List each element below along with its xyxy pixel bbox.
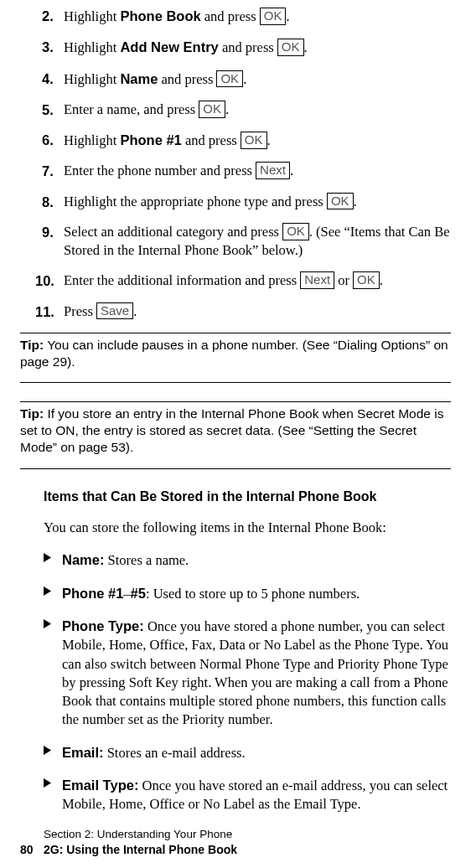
bullet-label: Phone Type:: [62, 618, 144, 633]
footer-chapter: 2G: Using the Internal Phone Book: [44, 843, 237, 856]
step-number: 2.: [42, 7, 54, 25]
bullet-name: Name: Stores a name.: [44, 550, 451, 570]
step-text-pre: Enter the additional information and pre…: [64, 272, 300, 288]
ok-key: OK: [199, 101, 225, 118]
numbered-steps: 2. Highlight Phone Book and press OK. 3.…: [44, 7, 451, 321]
bullet-email-type: Email Type: Once you have stored an e-ma…: [44, 776, 451, 814]
svg-marker-0: [44, 553, 51, 562]
bullet-label: Email Type:: [62, 778, 138, 793]
footer-section-text: Section 2: Understanding Your Phone: [44, 828, 232, 840]
step-text-pre: Select an additional category and press: [64, 224, 282, 240]
ok-key: OK: [282, 223, 309, 240]
step-5: 5. Enter a name, and press OK.: [44, 101, 451, 119]
step-number: 7.: [42, 162, 54, 180]
triangle-icon: [44, 746, 51, 755]
tip-text: If you store an entry in the Internal Ph…: [20, 406, 443, 454]
step-bold: Name: [120, 71, 158, 86]
ok-key: OK: [327, 193, 354, 210]
step-number: 4.: [42, 70, 54, 88]
step-tail: .: [133, 303, 137, 319]
save-key: Save: [96, 302, 133, 320]
step-bold: Phone Book: [120, 8, 200, 23]
step-text-post: and press: [219, 39, 277, 55]
bullet-phone-numbers: Phone #1–#5: Used to store up to 5 phone…: [44, 584, 451, 603]
page-number: 80: [20, 842, 44, 858]
tip-text: You can include pauses in a phone number…: [20, 338, 448, 369]
triangle-icon: [44, 619, 51, 628]
step-number: 6.: [42, 131, 54, 149]
bullet-label: Phone #1: [62, 586, 123, 601]
step-number: 8.: [42, 193, 54, 211]
step-10: 10. Enter the additional information and…: [44, 271, 451, 290]
step-text-pre: Press: [64, 303, 96, 319]
step-text-post: and press: [201, 8, 260, 24]
bullet-text: Stores an e-mail address.: [104, 745, 246, 761]
step-tail: .: [290, 163, 293, 178]
svg-marker-3: [44, 746, 51, 755]
bullet-text: Once you have stored a phone number, you…: [62, 618, 448, 727]
step-3: 3. Highlight Add New Entry and press OK.: [44, 38, 451, 57]
step-text-pre: Highlight: [64, 71, 120, 87]
page-footer: Section 2: Understanding Your Phone 802G…: [20, 827, 237, 858]
step-tail: .: [304, 39, 308, 55]
step-9: 9. Select an additional category and pre…: [44, 223, 451, 261]
bullet-list: Name: Stores a name. Phone #1–#5: Used t…: [44, 550, 451, 814]
step-tail: .: [225, 101, 229, 117]
svg-marker-2: [44, 619, 51, 628]
ok-key: OK: [216, 70, 243, 88]
step-4: 4. Highlight Name and press OK.: [44, 70, 451, 89]
triangle-icon: [44, 553, 51, 562]
section-heading: Items that Can Be Stored in the Internal…: [44, 488, 451, 506]
ok-key: OK: [260, 8, 287, 25]
bullet-email: Email: Stores an e-mail address.: [44, 743, 451, 762]
step-11: 11. Press Save.: [44, 302, 451, 321]
step-8: 8. Highlight the appropriate phone type …: [44, 193, 451, 211]
step-text-pre: Enter the phone number and press: [64, 163, 256, 178]
bullet-label: #5: [131, 586, 146, 601]
step-bold: Add New Entry: [120, 39, 218, 54]
step-mid: or: [334, 272, 353, 288]
footer-section: Section 2: Understanding Your Phone: [20, 827, 237, 842]
step-tail: .: [286, 8, 289, 24]
bullet-dash: –: [123, 586, 130, 602]
step-number: 3.: [42, 38, 54, 56]
svg-marker-4: [44, 778, 51, 788]
step-text-pre: Enter a name, and press: [64, 101, 199, 117]
step-text-pre: Highlight: [64, 39, 120, 55]
step-7: 7. Enter the phone number and press Next…: [44, 162, 451, 180]
tip-label: Tip:: [20, 406, 44, 421]
step-number: 9.: [42, 223, 54, 241]
ok-key: OK: [241, 132, 267, 149]
bullet-text: : Used to store up to 5 phone numbers.: [146, 586, 360, 602]
bullet-label: Name:: [62, 552, 104, 567]
divider: [20, 401, 451, 402]
intro-text: You can store the following items in the…: [44, 519, 451, 537]
svg-marker-1: [44, 586, 51, 596]
triangle-icon: [44, 778, 51, 788]
bullet-text: Stores a name.: [104, 552, 189, 568]
step-tail: .: [354, 194, 357, 209]
next-key: Next: [256, 162, 290, 179]
step-text-post: and press: [158, 71, 216, 87]
divider: [20, 333, 451, 333]
step-6: 6. Highlight Phone #1 and press OK.: [44, 131, 451, 150]
step-bold: Phone #1: [120, 132, 181, 147]
next-key: Next: [300, 271, 334, 289]
step-number: 11.: [35, 302, 54, 321]
step-tail: .: [243, 71, 246, 87]
step-text-post: and press: [182, 132, 241, 148]
step-number: 10.: [35, 271, 54, 290]
triangle-icon: [44, 586, 51, 596]
ok-key: OK: [277, 39, 304, 56]
step-text-pre: Highlight: [64, 8, 120, 24]
step-text-pre: Highlight the appropriate phone type and…: [64, 194, 327, 209]
bullet-label: Email:: [62, 745, 104, 760]
step-number: 5.: [42, 101, 54, 119]
ok-key: OK: [353, 271, 380, 289]
bullet-phone-type: Phone Type: Once you have stored a phone…: [44, 617, 451, 730]
step-2: 2. Highlight Phone Book and press OK.: [44, 7, 451, 26]
step-tail: .: [380, 272, 383, 288]
step-tail: .: [267, 132, 271, 148]
tip-2: Tip: If you store an entry in the Intern…: [20, 406, 451, 456]
footer-title: 802G: Using the Internal Phone Book: [20, 842, 237, 858]
